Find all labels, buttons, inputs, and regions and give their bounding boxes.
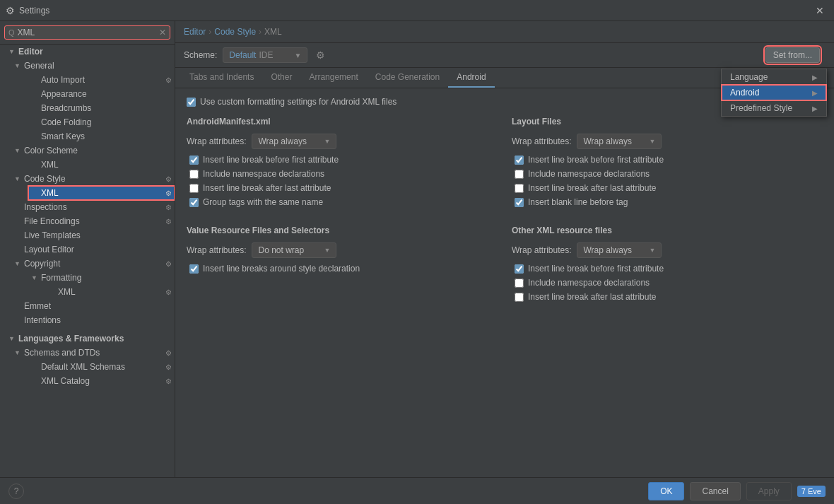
sidebar-item-auto-import[interactable]: Auto Import ⚙ (28, 73, 175, 87)
breadcrumb-editor[interactable]: Editor (184, 27, 206, 37)
other-xml-check-3: Insert line break after last attribute (512, 292, 823, 302)
tree-section: ▼ Editor ▼ General Auto Import ⚙ (0, 45, 175, 388)
android-manifest-check-1: Insert line break before first attribute (187, 155, 498, 165)
android-manifest-checkbox-3[interactable] (189, 184, 199, 193)
set-from-button[interactable]: Set from... (765, 47, 820, 63)
ok-button[interactable]: OK (648, 482, 684, 500)
sidebar-item-languages-frameworks[interactable]: ▼ Languages & Frameworks (6, 332, 175, 346)
other-xml-check-label-2: Include namespace declarations (528, 278, 650, 288)
sidebar-item-default-xml-schemas[interactable]: Default XML Schemas ⚙ (28, 360, 175, 374)
sidebar-item-appearance[interactable]: Appearance (28, 87, 175, 101)
tab-code-generation[interactable]: Code Generation (367, 68, 448, 88)
sidebar-item-layout-editor[interactable]: Layout Editor (11, 242, 175, 257)
android-manifest-checkbox-4[interactable] (189, 198, 199, 207)
layout-files-wrap-value: Wrap always (583, 136, 631, 146)
close-button[interactable]: ✕ (811, 4, 828, 18)
dropdown-item-predefined[interactable]: Predefined Style ▶ (722, 100, 826, 116)
breadcrumb-code-style[interactable]: Code Style (214, 27, 256, 37)
tab-arrangement[interactable]: Arrangement (300, 68, 366, 88)
layout-files-checkbox-4[interactable] (515, 198, 524, 207)
layout-files-wrap-select[interactable]: Wrap always ▼ (577, 134, 662, 149)
settings-icon-code-style: ⚙ (165, 175, 172, 183)
sidebar-item-formatting-xml[interactable]: XML ⚙ (45, 285, 175, 299)
value-resource-check-1: Insert line breaks around style declarat… (187, 264, 498, 274)
dropdown-item-android[interactable]: Android ▶ (722, 85, 826, 100)
other-xml-check-2: Include namespace declarations (512, 278, 823, 288)
sidebar-item-inspections[interactable]: Inspections ⚙ (11, 200, 175, 214)
android-manifest-checkbox-1[interactable] (189, 156, 199, 165)
help-button[interactable]: ? (8, 484, 24, 499)
other-xml-wrap-select[interactable]: Wrap always ▼ (577, 242, 662, 258)
android-manifest-section: AndroidManifest.xml Wrap attributes: Wra… (187, 117, 498, 211)
scheme-select[interactable]: Default IDE ▼ (223, 47, 307, 63)
tab-tabs-and-indents[interactable]: Tabs and Indents (181, 68, 262, 88)
tab-android[interactable]: Android (448, 68, 494, 88)
sidebar-item-live-templates[interactable]: Live Templates (11, 228, 175, 242)
sidebar-item-schemas-dtds[interactable]: ▼ Schemas and DTDs ⚙ (11, 346, 175, 360)
sidebar-item-code-style[interactable]: ▼ Code Style ⚙ (11, 172, 175, 186)
value-resource-checkbox-1[interactable] (189, 264, 199, 274)
formatting-xml-label: XML (58, 287, 76, 297)
dropdown-item-language[interactable]: Language ▶ (722, 69, 826, 85)
appearance-label: Appearance (41, 89, 87, 99)
android-manifest-wrap-row: Wrap attributes: Wrap always ▼ (187, 134, 498, 149)
dropdown-predefined-label: Predefined Style (730, 103, 792, 113)
use-custom-label: Use custom formatting settings for Andro… (200, 97, 397, 107)
layout-files-check-label-2: Include namespace declarations (528, 169, 650, 179)
sidebar-item-formatting[interactable]: ▼ Formatting (28, 271, 175, 285)
sidebar-item-emmet[interactable]: Emmet (11, 299, 175, 313)
app-icon: ⚙ (6, 5, 15, 16)
settings-icon-xml: ⚙ (165, 189, 172, 197)
sidebar-item-breadcrumbs[interactable]: Breadcrumbs (28, 101, 175, 115)
other-xml-check-1: Insert line break before first attribute (512, 264, 823, 274)
sidebar-item-color-scheme[interactable]: ▼ Color Scheme (11, 143, 175, 158)
scheme-label: Scheme: (184, 50, 217, 60)
content-area: Editor › Code Style › XML Scheme: Defaul… (175, 21, 834, 477)
scheme-bar: Scheme: Default IDE ▼ ⚙ Set from... Lang… (175, 43, 834, 68)
code-folding-label: Code Folding (41, 117, 91, 127)
scheme-default-text: Default (229, 50, 256, 60)
value-resource-check-label-1: Insert line breaks around style declarat… (203, 264, 360, 274)
other-xml-wrap-label: Wrap attributes: (512, 245, 571, 255)
dropdown-predefined-arrow: ▶ (812, 105, 818, 112)
cancel-button[interactable]: Cancel (690, 482, 740, 500)
search-wrapper[interactable]: Q ✕ (4, 25, 170, 40)
sidebar-item-file-encodings[interactable]: File Encodings ⚙ (11, 214, 175, 228)
sidebar-item-xml-catalog[interactable]: XML Catalog ⚙ (28, 374, 175, 388)
layout-files-checkbox-3[interactable] (515, 184, 524, 193)
value-resource-wrap-arrow: ▼ (324, 247, 331, 254)
other-xml-checkbox-3[interactable] (515, 293, 524, 302)
sidebar-item-code-folding[interactable]: Code Folding (28, 115, 175, 129)
layout-files-checkbox-2[interactable] (515, 170, 524, 179)
value-resource-wrap-select[interactable]: Do not wrap ▼ (252, 242, 336, 258)
xml-catalog-label: XML Catalog (41, 376, 90, 386)
tab-other[interactable]: Other (262, 68, 300, 88)
sidebar-item-smart-keys[interactable]: Smart Keys (28, 129, 175, 143)
general-label: General (24, 61, 54, 71)
clear-search-icon[interactable]: ✕ (159, 28, 166, 37)
other-xml-checkbox-1[interactable] (515, 264, 524, 274)
sidebar-item-color-scheme-xml[interactable]: XML (28, 158, 175, 172)
value-resource-wrap-label: Wrap attributes: (187, 245, 246, 255)
android-manifest-check-label-3: Insert line break after last attribute (203, 183, 331, 193)
sidebar-item-code-style-xml[interactable]: XML ⚙ (28, 186, 175, 200)
search-input[interactable] (18, 28, 156, 37)
android-manifest-wrap-select[interactable]: Wrap always ▼ (252, 134, 336, 149)
apply-button[interactable]: Apply (746, 482, 792, 500)
scheme-gear-button[interactable]: ⚙ (313, 48, 328, 62)
android-manifest-checkbox-2[interactable] (189, 170, 199, 179)
sidebar-item-general[interactable]: ▼ General (11, 59, 175, 73)
sidebar-item-editor[interactable]: ▼ Editor (6, 45, 175, 59)
settings-icon-schemas: ⚙ (165, 349, 172, 357)
other-xml-check-label-3: Insert line break after last attribute (528, 292, 656, 302)
sidebar-item-intentions[interactable]: Intentions (11, 313, 175, 327)
other-xml-wrap-arrow: ▼ (650, 247, 656, 254)
use-custom-checkbox[interactable] (187, 98, 196, 107)
color-scheme-label: Color Scheme (24, 146, 78, 156)
layout-files-checkbox-1[interactable] (515, 156, 524, 165)
sidebar-item-copyright[interactable]: ▼ Copyright ⚙ (11, 257, 175, 271)
other-xml-wrap-value: Wrap always (583, 245, 631, 255)
other-xml-checkbox-2[interactable] (515, 279, 524, 288)
value-resource-wrap-value: Do not wrap (258, 245, 304, 255)
event-badge: 7 Eve (797, 486, 826, 497)
